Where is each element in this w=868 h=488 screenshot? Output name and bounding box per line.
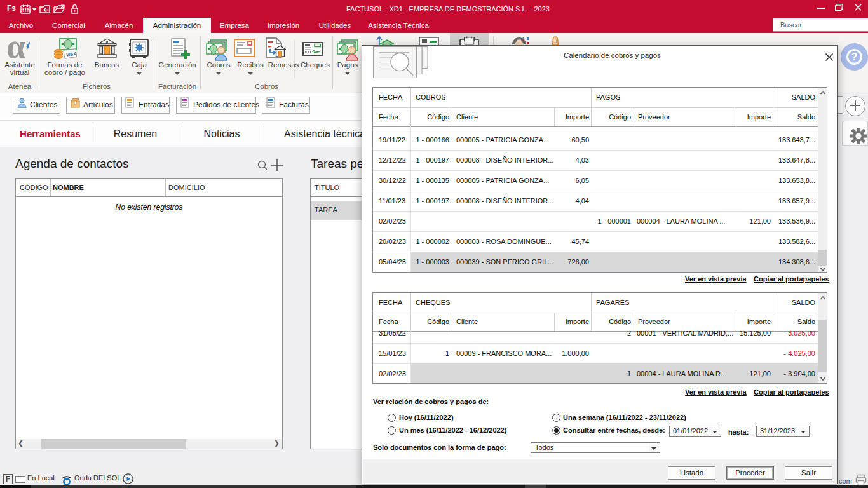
svg-text:α: α — [8, 38, 25, 60]
